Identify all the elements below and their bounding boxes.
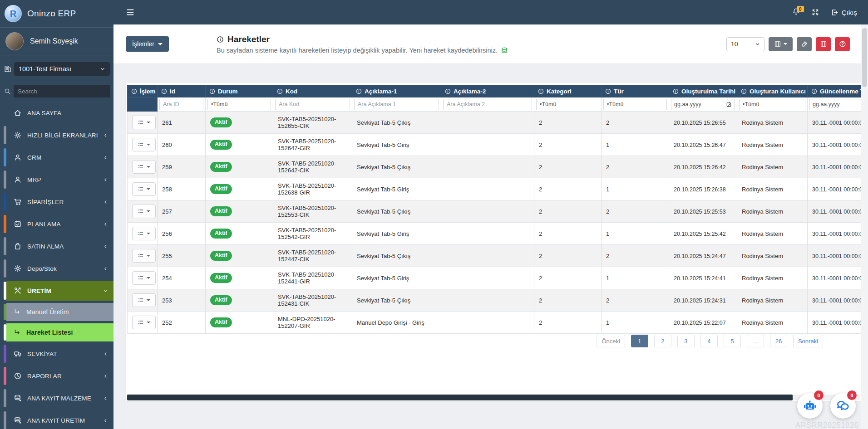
sidebar-item-raporlar[interactable]: RAPORLAR [4, 366, 113, 386]
filter-input[interactable] [275, 99, 350, 110]
cell-created-date: 20.10.2025 15:25:42 [674, 231, 726, 237]
assistant-bot-badge: 0 [814, 390, 824, 400]
page-size-select[interactable]: 10 [726, 37, 764, 51]
row-actions-button[interactable] [132, 249, 156, 263]
column-header[interactable]: Kategori [534, 85, 602, 98]
columns-danger-button[interactable] [816, 37, 831, 51]
sidebar-item-depo-stok[interactable]: Depo/Stok [4, 258, 113, 278]
nav-indicator [4, 324, 6, 341]
table-row: 254AktifSVK-TAB5-20251020-152441-GIRSevk… [128, 267, 862, 289]
sidebar-item-satin-alma[interactable]: SATIN ALMA [4, 236, 113, 256]
column-header[interactable]: İşlem [128, 85, 158, 98]
sidebar-item-ana-kayit-üreti-m[interactable]: ANA KAYIT ÜRETİM [4, 410, 113, 429]
nav-indicator [4, 282, 6, 300]
pagination-page-4[interactable]: 4 [700, 335, 718, 347]
hamburger-menu-icon[interactable] [126, 9, 135, 16]
filter-select[interactable]: •Tümü [207, 99, 271, 110]
company-select[interactable]: 1001-Test Firması [14, 62, 110, 76]
horizontal-scrollbar-thumb[interactable] [127, 395, 793, 400]
column-header[interactable]: Durum [206, 85, 273, 98]
info-icon [356, 88, 362, 94]
user-area[interactable]: Semih Soyeşik [0, 28, 113, 55]
column-header[interactable]: Kod [273, 85, 352, 98]
chat-button[interactable]: 0 [830, 393, 856, 419]
sidebar-item-label: ANA KAYIT ÜRETİM [27, 417, 103, 424]
filter-input[interactable] [354, 99, 439, 110]
nav-indicator [4, 345, 6, 363]
cell-updated-date: 30.11.-0001 00:00:00 [812, 320, 861, 326]
filter-date-input[interactable]: gg.aa.yyyy [671, 99, 735, 110]
row-actions-button[interactable] [132, 205, 156, 218]
column-header[interactable]: Oluşturan Kullanıcı [737, 85, 808, 98]
pagination-page-3[interactable]: 3 [677, 335, 695, 347]
cell-category: 2 [539, 164, 542, 171]
search-input[interactable] [14, 85, 110, 98]
column-header[interactable]: Oluşturulma Tarihi [669, 85, 737, 98]
sidebar-item-crm[interactable]: CRM [4, 147, 113, 167]
help-button[interactable] [835, 37, 850, 51]
pagination-page-26[interactable]: 26 [770, 335, 787, 347]
cell-updated-date: 30.11.-0001 00:00:00 [812, 142, 861, 148]
fullscreen-icon[interactable] [812, 9, 819, 16]
assistant-bot-button[interactable]: 0 [797, 393, 823, 419]
filter-input[interactable] [159, 99, 203, 110]
sidebar-item-hareket-listesi[interactable]: Hareket Listesi [4, 323, 113, 341]
sidebar-item-manuel-üretim[interactable]: Manuel Üretim [4, 303, 113, 321]
nav-indicator [4, 259, 6, 278]
column-header[interactable]: Tür [602, 85, 669, 98]
filter-input[interactable] [443, 99, 532, 110]
sidebar-item-mrp[interactable]: MRP [4, 170, 113, 190]
filter-select[interactable]: •Tümü [739, 99, 805, 110]
chevron-left-icon [103, 200, 108, 205]
vertical-scrollbar [861, 24, 868, 429]
sidebar-item-label: CRM [27, 154, 103, 161]
pagination-page-1[interactable]: 1 [631, 335, 648, 347]
caret-down-icon [147, 122, 150, 123]
sidebar-item-planlama[interactable]: PLANLAMA [4, 214, 113, 234]
row-actions-button[interactable] [132, 271, 156, 285]
chevron-left-icon [103, 418, 108, 423]
cell-created-by: Rodinya Sistem [742, 164, 783, 171]
logout-button[interactable]: Çıkış [831, 9, 857, 16]
row-actions-button[interactable] [132, 138, 156, 151]
column-header[interactable]: Id [158, 85, 206, 98]
sidebar-item-label: RAPORLAR [27, 373, 103, 380]
status-badge: Aktif [210, 229, 232, 239]
pagination-page-5[interactable]: 5 [724, 335, 741, 347]
sidebar-item-sevki-yat[interactable]: SEVKİYAT [4, 344, 113, 364]
chevron-left-icon [103, 351, 108, 356]
row-actions-button[interactable] [132, 116, 156, 129]
nav-indicator [4, 126, 6, 144]
search-icon [4, 88, 11, 95]
column-visibility-button[interactable] [769, 37, 793, 51]
cell-updated-date: 30.11.-0001 00:00:00 [812, 253, 861, 259]
row-actions-button[interactable] [132, 182, 156, 196]
avatar[interactable] [5, 32, 24, 50]
filter-date-input[interactable]: gg.aa.yyyy [809, 99, 861, 110]
notifications-button[interactable]: 0 [792, 8, 800, 17]
row-actions-button[interactable] [132, 227, 156, 240]
vertical-scrollbar-thumb[interactable] [862, 28, 867, 87]
chevron-left-icon [103, 396, 108, 401]
pagination-next[interactable]: Sonraki [793, 335, 823, 347]
clear-filters-button[interactable] [797, 37, 812, 51]
sidebar-item-ana-sayfa[interactable]: ANA SAYFA [4, 103, 113, 123]
row-actions-button[interactable] [132, 316, 156, 329]
cell-updated-date: 30.11.-0001 00:00:00 [812, 120, 861, 126]
sidebar-item-üreti-m[interactable]: ÜRETİM [4, 281, 113, 301]
actions-dropdown-button[interactable]: İşlemler [126, 36, 169, 52]
sidebar-item-si-pari-şler[interactable]: SİPARİŞLER [4, 192, 113, 212]
filter-select[interactable]: •Tümü [536, 99, 599, 110]
column-header[interactable]: Güncellenme Tarihi [808, 85, 862, 98]
pagination-previous[interactable]: Önceki [597, 335, 625, 347]
row-actions-button[interactable] [132, 160, 156, 174]
column-header[interactable]: Açıklama-2 [441, 85, 534, 98]
chevron-down-icon [755, 42, 760, 47]
filter-select[interactable]: •Tümü [603, 99, 667, 110]
column-header[interactable]: Açıklama-1 [352, 85, 441, 98]
sidebar-item-hizli-bi-lgi-ekranlari[interactable]: HIZLI BİLGİ EKRANLARI [4, 125, 113, 145]
sidebar-item-ana-kayit-malzeme[interactable]: ANA KAYIT MALZEME [4, 388, 113, 408]
cell-updated-date: 30.11.-0001 00:00:00 [812, 209, 861, 215]
pagination-page-2[interactable]: 2 [654, 335, 671, 347]
row-actions-button[interactable] [132, 293, 156, 307]
